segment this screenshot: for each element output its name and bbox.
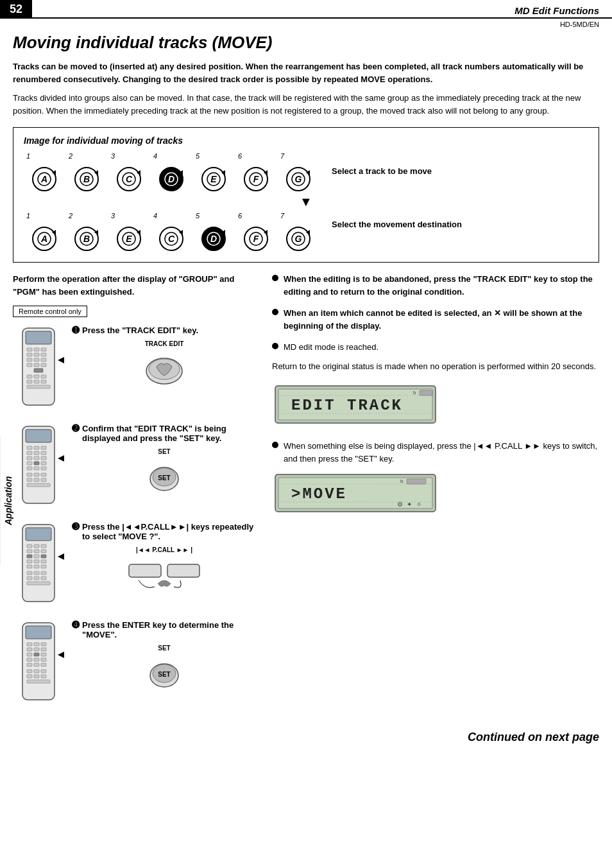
page-title: Moving individual tracks (MOVE) [13, 33, 599, 53]
pcall-label: |◄◄ P.CALL ►► | [72, 546, 257, 553]
svg-text:A: A [40, 234, 47, 244]
svg-rect-59 [34, 348, 39, 351]
pcall-button-graphic [126, 555, 203, 593]
svg-rect-132 [27, 582, 50, 585]
svg-rect-113 [41, 544, 46, 548]
svg-rect-77 [27, 385, 50, 388]
svg-rect-91 [41, 456, 46, 460]
svg-rect-94 [41, 462, 46, 465]
bullet-dot-3 [272, 343, 278, 349]
svg-rect-119 [41, 555, 46, 558]
remote-left-3 [13, 521, 64, 607]
svg-text:E: E [126, 234, 132, 244]
set-button-graphic-1: SET [139, 456, 190, 495]
step-4: ➍ Press the ENTER key to determine the "… [13, 620, 257, 705]
svg-rect-98 [27, 473, 32, 476]
svg-rect-85 [41, 446, 46, 449]
svg-rect-70 [34, 369, 43, 372]
svg-rect-150 [27, 663, 32, 666]
svg-rect-60 [41, 348, 46, 351]
svg-rect-138 [27, 643, 32, 646]
svg-rect-86 [27, 451, 32, 455]
svg-rect-142 [34, 648, 39, 651]
track-item-1b: 2 B [66, 152, 107, 192]
svg-marker-105 [58, 455, 64, 462]
svg-rect-139 [34, 643, 39, 646]
track-icon-e: E [197, 161, 230, 192]
track-item-2a: 1 A [24, 212, 65, 252]
image-box: Image for individual moving of tracks 1 … [13, 127, 599, 263]
svg-rect-152 [41, 663, 46, 666]
svg-text:F: F [253, 234, 259, 244]
svg-rect-97 [41, 467, 46, 470]
svg-text:G: G [295, 234, 302, 244]
svg-marker-78 [58, 357, 64, 363]
svg-rect-125 [41, 565, 46, 568]
svg-text:B: B [83, 234, 90, 244]
svg-rect-93 [34, 462, 39, 465]
track-item-2b: 2 B [66, 212, 107, 252]
svg-rect-135 [167, 564, 200, 577]
step-3-content: ➌ Press the |◄◄P.CALL►►| keys repeatedly… [72, 521, 257, 593]
set-key-note-text: When something else is being displayed, … [284, 440, 599, 465]
header-title: MD Edit Functions [514, 5, 599, 16]
svg-rect-144 [27, 653, 32, 656]
svg-rect-67 [27, 363, 32, 367]
track-item-2d: 5 D [193, 212, 234, 252]
svg-text:b: b [413, 390, 416, 395]
set-button-graphic-2: SET [139, 653, 190, 691]
svg-rect-126 [27, 571, 32, 575]
svg-rect-153 [27, 670, 32, 673]
lcd-display-1-container: EDIT TRACK b [272, 383, 599, 430]
track-item-1c: 3 C [108, 152, 149, 192]
left-column: Perform the operation after the display … [13, 273, 257, 718]
track-item-2c: 4 C [151, 212, 192, 252]
svg-rect-170 [420, 390, 432, 395]
rc-only-badge: Remote control only [13, 306, 87, 317]
header-sub: HD-5MD/EN [560, 21, 599, 28]
track-edit-button-graphic [139, 349, 190, 387]
svg-rect-99 [34, 473, 39, 476]
track-icon-2d: D [197, 221, 230, 252]
step-1-title: ➊ Press the "TRACK EDIT" key. [72, 325, 257, 335]
bullet-3: MD edit mode is reached. [272, 341, 599, 354]
svg-rect-131 [41, 577, 46, 580]
track-icon-2g: G [282, 221, 315, 252]
step-3: ➌ Press the |◄◄P.CALL►►| keys repeatedly… [13, 521, 257, 607]
svg-marker-160 [58, 652, 64, 658]
svg-rect-122 [41, 560, 46, 563]
track-row-2: 1 A 2 B [24, 212, 319, 252]
track-item-2e: 3 E [108, 212, 149, 252]
svg-rect-71 [27, 375, 32, 378]
track-edit-label: TRACK EDIT [72, 340, 257, 347]
svg-rect-156 [27, 675, 32, 678]
svg-text:✧: ✧ [416, 501, 421, 508]
remote-left-2 [13, 423, 64, 508]
row2-caption: Select the movement destination [332, 212, 462, 231]
bullet-3-text: MD edit mode is reached. [284, 341, 378, 354]
svg-rect-114 [27, 550, 32, 553]
step-1: ➊ Press the "TRACK EDIT" key. TRACK EDIT [13, 325, 257, 410]
svg-text:EDIT TRACK: EDIT TRACK [291, 397, 403, 414]
intro-para-1: Tracks can be moved to (inserted at) any… [13, 60, 599, 85]
svg-rect-159 [27, 680, 50, 683]
svg-text:C: C [168, 234, 175, 244]
svg-rect-120 [27, 560, 32, 563]
svg-rect-147 [27, 658, 32, 661]
svg-rect-87 [34, 451, 39, 455]
svg-rect-100 [41, 473, 46, 476]
arrow-down: ▼ [24, 195, 588, 209]
track-item-1g: 7 G [278, 152, 319, 192]
svg-rect-112 [34, 544, 39, 548]
svg-rect-149 [41, 658, 46, 661]
svg-text:D: D [210, 234, 217, 244]
track-icon-2e: E [112, 221, 146, 252]
track-icon-a: A [28, 161, 61, 192]
step-1-content: ➊ Press the "TRACK EDIT" key. TRACK EDIT [72, 325, 257, 387]
svg-rect-148 [34, 658, 39, 661]
svg-marker-133 [58, 553, 64, 560]
svg-text:A: A [40, 174, 47, 184]
svg-rect-75 [34, 380, 39, 383]
svg-rect-117 [27, 555, 32, 558]
svg-rect-124 [34, 565, 39, 568]
